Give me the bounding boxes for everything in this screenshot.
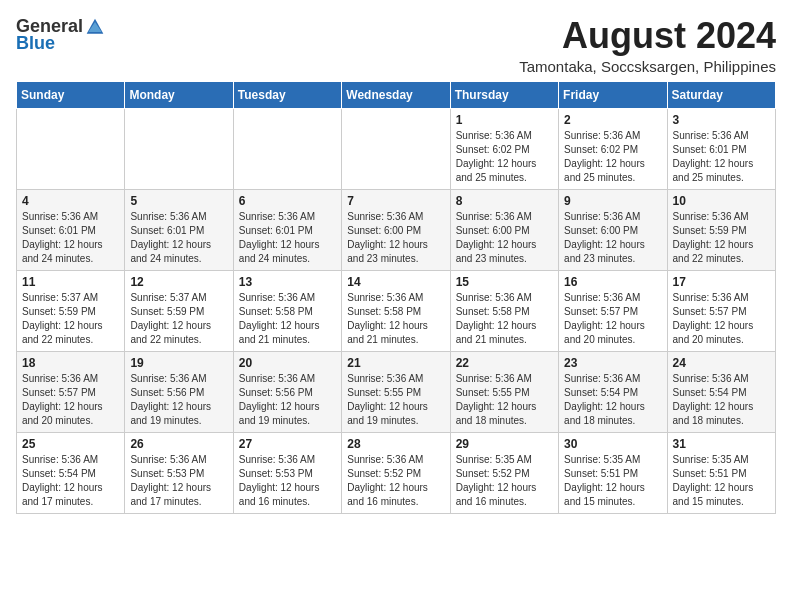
- calendar-header-thursday: Thursday: [450, 81, 558, 108]
- calendar-header-row: SundayMondayTuesdayWednesdayThursdayFrid…: [17, 81, 776, 108]
- day-info: Sunrise: 5:35 AM Sunset: 5:52 PM Dayligh…: [456, 453, 553, 509]
- day-info: Sunrise: 5:36 AM Sunset: 5:54 PM Dayligh…: [564, 372, 661, 428]
- calendar-cell: 25Sunrise: 5:36 AM Sunset: 5:54 PM Dayli…: [17, 432, 125, 513]
- calendar-cell: 7Sunrise: 5:36 AM Sunset: 6:00 PM Daylig…: [342, 189, 450, 270]
- day-number: 11: [22, 275, 119, 289]
- calendar-cell: 1Sunrise: 5:36 AM Sunset: 6:02 PM Daylig…: [450, 108, 558, 189]
- day-info: Sunrise: 5:36 AM Sunset: 6:00 PM Dayligh…: [347, 210, 444, 266]
- calendar-cell: 11Sunrise: 5:37 AM Sunset: 5:59 PM Dayli…: [17, 270, 125, 351]
- day-info: Sunrise: 5:36 AM Sunset: 5:56 PM Dayligh…: [130, 372, 227, 428]
- calendar-cell: 24Sunrise: 5:36 AM Sunset: 5:54 PM Dayli…: [667, 351, 775, 432]
- calendar-header-wednesday: Wednesday: [342, 81, 450, 108]
- day-number: 7: [347, 194, 444, 208]
- calendar-header-monday: Monday: [125, 81, 233, 108]
- day-number: 22: [456, 356, 553, 370]
- day-number: 27: [239, 437, 336, 451]
- day-number: 1: [456, 113, 553, 127]
- calendar-cell: 22Sunrise: 5:36 AM Sunset: 5:55 PM Dayli…: [450, 351, 558, 432]
- calendar-cell: 20Sunrise: 5:36 AM Sunset: 5:56 PM Dayli…: [233, 351, 341, 432]
- day-info: Sunrise: 5:36 AM Sunset: 5:54 PM Dayligh…: [22, 453, 119, 509]
- day-info: Sunrise: 5:36 AM Sunset: 5:52 PM Dayligh…: [347, 453, 444, 509]
- calendar-table: SundayMondayTuesdayWednesdayThursdayFrid…: [16, 81, 776, 514]
- day-info: Sunrise: 5:36 AM Sunset: 5:55 PM Dayligh…: [347, 372, 444, 428]
- day-info: Sunrise: 5:36 AM Sunset: 6:00 PM Dayligh…: [564, 210, 661, 266]
- day-number: 6: [239, 194, 336, 208]
- day-number: 13: [239, 275, 336, 289]
- day-info: Sunrise: 5:36 AM Sunset: 6:01 PM Dayligh…: [673, 129, 770, 185]
- calendar-cell: 5Sunrise: 5:36 AM Sunset: 6:01 PM Daylig…: [125, 189, 233, 270]
- day-number: 17: [673, 275, 770, 289]
- day-number: 9: [564, 194, 661, 208]
- calendar-cell: 13Sunrise: 5:36 AM Sunset: 5:58 PM Dayli…: [233, 270, 341, 351]
- logo-blue: Blue: [16, 33, 55, 54]
- page-header: General Blue August 2024 Tamontaka, Socc…: [16, 16, 776, 75]
- day-number: 12: [130, 275, 227, 289]
- logo: General Blue: [16, 16, 107, 54]
- day-number: 31: [673, 437, 770, 451]
- calendar-cell: 9Sunrise: 5:36 AM Sunset: 6:00 PM Daylig…: [559, 189, 667, 270]
- day-number: 18: [22, 356, 119, 370]
- calendar-cell: 8Sunrise: 5:36 AM Sunset: 6:00 PM Daylig…: [450, 189, 558, 270]
- calendar-cell: [342, 108, 450, 189]
- calendar-header-sunday: Sunday: [17, 81, 125, 108]
- day-number: 2: [564, 113, 661, 127]
- calendar-header-tuesday: Tuesday: [233, 81, 341, 108]
- day-number: 25: [22, 437, 119, 451]
- calendar-cell: 2Sunrise: 5:36 AM Sunset: 6:02 PM Daylig…: [559, 108, 667, 189]
- day-number: 19: [130, 356, 227, 370]
- calendar-week-5: 25Sunrise: 5:36 AM Sunset: 5:54 PM Dayli…: [17, 432, 776, 513]
- calendar-cell: 29Sunrise: 5:35 AM Sunset: 5:52 PM Dayli…: [450, 432, 558, 513]
- day-info: Sunrise: 5:36 AM Sunset: 5:57 PM Dayligh…: [22, 372, 119, 428]
- calendar-cell: [233, 108, 341, 189]
- day-number: 23: [564, 356, 661, 370]
- calendar-cell: 18Sunrise: 5:36 AM Sunset: 5:57 PM Dayli…: [17, 351, 125, 432]
- day-info: Sunrise: 5:36 AM Sunset: 6:01 PM Dayligh…: [22, 210, 119, 266]
- calendar-cell: 31Sunrise: 5:35 AM Sunset: 5:51 PM Dayli…: [667, 432, 775, 513]
- day-number: 4: [22, 194, 119, 208]
- calendar-header-saturday: Saturday: [667, 81, 775, 108]
- calendar-cell: 3Sunrise: 5:36 AM Sunset: 6:01 PM Daylig…: [667, 108, 775, 189]
- calendar-week-3: 11Sunrise: 5:37 AM Sunset: 5:59 PM Dayli…: [17, 270, 776, 351]
- day-number: 15: [456, 275, 553, 289]
- day-info: Sunrise: 5:36 AM Sunset: 5:57 PM Dayligh…: [673, 291, 770, 347]
- day-number: 30: [564, 437, 661, 451]
- day-number: 20: [239, 356, 336, 370]
- calendar-week-4: 18Sunrise: 5:36 AM Sunset: 5:57 PM Dayli…: [17, 351, 776, 432]
- calendar-cell: 21Sunrise: 5:36 AM Sunset: 5:55 PM Dayli…: [342, 351, 450, 432]
- month-title: August 2024: [519, 16, 776, 56]
- day-number: 5: [130, 194, 227, 208]
- day-info: Sunrise: 5:36 AM Sunset: 6:01 PM Dayligh…: [130, 210, 227, 266]
- title-section: August 2024 Tamontaka, Soccsksargen, Phi…: [519, 16, 776, 75]
- calendar-cell: 17Sunrise: 5:36 AM Sunset: 5:57 PM Dayli…: [667, 270, 775, 351]
- day-info: Sunrise: 5:36 AM Sunset: 5:58 PM Dayligh…: [239, 291, 336, 347]
- calendar-cell: 4Sunrise: 5:36 AM Sunset: 6:01 PM Daylig…: [17, 189, 125, 270]
- logo-icon: [85, 17, 105, 37]
- day-info: Sunrise: 5:35 AM Sunset: 5:51 PM Dayligh…: [673, 453, 770, 509]
- calendar-cell: 26Sunrise: 5:36 AM Sunset: 5:53 PM Dayli…: [125, 432, 233, 513]
- day-info: Sunrise: 5:36 AM Sunset: 5:55 PM Dayligh…: [456, 372, 553, 428]
- day-number: 24: [673, 356, 770, 370]
- day-info: Sunrise: 5:37 AM Sunset: 5:59 PM Dayligh…: [130, 291, 227, 347]
- calendar-header-friday: Friday: [559, 81, 667, 108]
- day-number: 16: [564, 275, 661, 289]
- day-info: Sunrise: 5:36 AM Sunset: 5:53 PM Dayligh…: [239, 453, 336, 509]
- calendar-cell: 16Sunrise: 5:36 AM Sunset: 5:57 PM Dayli…: [559, 270, 667, 351]
- day-info: Sunrise: 5:36 AM Sunset: 6:02 PM Dayligh…: [456, 129, 553, 185]
- location: Tamontaka, Soccsksargen, Philippines: [519, 58, 776, 75]
- day-number: 8: [456, 194, 553, 208]
- day-info: Sunrise: 5:36 AM Sunset: 6:02 PM Dayligh…: [564, 129, 661, 185]
- day-info: Sunrise: 5:36 AM Sunset: 5:56 PM Dayligh…: [239, 372, 336, 428]
- day-info: Sunrise: 5:36 AM Sunset: 5:59 PM Dayligh…: [673, 210, 770, 266]
- day-number: 28: [347, 437, 444, 451]
- calendar-cell: 12Sunrise: 5:37 AM Sunset: 5:59 PM Dayli…: [125, 270, 233, 351]
- calendar-week-1: 1Sunrise: 5:36 AM Sunset: 6:02 PM Daylig…: [17, 108, 776, 189]
- calendar-cell: 14Sunrise: 5:36 AM Sunset: 5:58 PM Dayli…: [342, 270, 450, 351]
- calendar-week-2: 4Sunrise: 5:36 AM Sunset: 6:01 PM Daylig…: [17, 189, 776, 270]
- calendar-cell: 19Sunrise: 5:36 AM Sunset: 5:56 PM Dayli…: [125, 351, 233, 432]
- calendar-cell: 28Sunrise: 5:36 AM Sunset: 5:52 PM Dayli…: [342, 432, 450, 513]
- day-info: Sunrise: 5:36 AM Sunset: 5:53 PM Dayligh…: [130, 453, 227, 509]
- calendar-cell: 30Sunrise: 5:35 AM Sunset: 5:51 PM Dayli…: [559, 432, 667, 513]
- day-info: Sunrise: 5:37 AM Sunset: 5:59 PM Dayligh…: [22, 291, 119, 347]
- day-info: Sunrise: 5:36 AM Sunset: 5:57 PM Dayligh…: [564, 291, 661, 347]
- calendar-cell: 27Sunrise: 5:36 AM Sunset: 5:53 PM Dayli…: [233, 432, 341, 513]
